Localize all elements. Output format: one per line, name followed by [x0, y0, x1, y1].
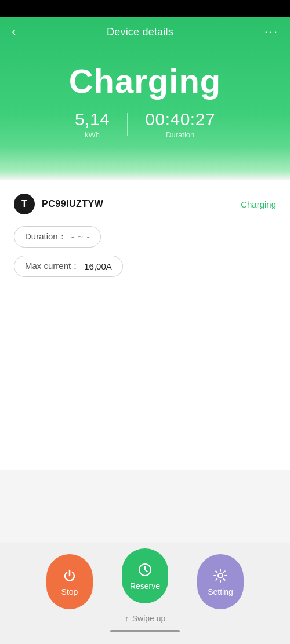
- device-row: T PC99IUZTYW Charging: [14, 194, 276, 214]
- duration-pill-value: - ~ -: [71, 232, 90, 242]
- setting-label: Setting: [208, 587, 233, 596]
- energy-label: kWh: [75, 130, 110, 139]
- stats-row: 5,14 kWh 00:40:27 Duration: [12, 110, 278, 139]
- svg-point-1: [218, 573, 223, 578]
- duration-pill: Duration： - ~ -: [14, 226, 101, 248]
- clock-icon: [137, 562, 153, 578]
- swipe-up-label: Swipe up: [132, 614, 166, 623]
- max-current-value: 16,00A: [84, 261, 112, 271]
- hero-section: ‹ Device details ··· Charging 5,14 kWh 0…: [0, 17, 290, 180]
- gear-icon: [212, 567, 229, 584]
- duration-label: Duration: [145, 130, 215, 139]
- page-title: Device details: [107, 26, 173, 38]
- main-content: T PC99IUZTYW Charging Duration： - ~ - Ma…: [0, 180, 290, 470]
- device-icon: T: [14, 194, 35, 214]
- reserve-label: Reserve: [130, 581, 160, 591]
- device-left: T PC99IUZTYW: [14, 194, 103, 214]
- device-status: Charging: [241, 199, 276, 209]
- duration-stat: 00:40:27 Duration: [128, 110, 233, 139]
- back-button[interactable]: ‹: [12, 26, 16, 38]
- power-icon: [61, 567, 78, 584]
- setting-button-bg: Setting: [197, 554, 244, 609]
- top-bar: ‹ Device details ···: [0, 17, 290, 44]
- energy-value: 5,14: [75, 110, 110, 129]
- swipe-up-area: ↑ Swipe up: [0, 609, 290, 627]
- charging-status-section: Charging 5,14 kWh 00:40:27 Duration: [0, 44, 290, 151]
- stop-button[interactable]: Stop: [46, 554, 93, 609]
- home-indicator: [0, 627, 290, 638]
- more-button[interactable]: ···: [264, 26, 278, 38]
- charging-title: Charging: [12, 61, 278, 100]
- bottom-area: Stop Reserve Setting: [0, 543, 290, 644]
- status-bar: [0, 0, 290, 17]
- reserve-button-bg: Reserve: [122, 548, 168, 603]
- max-current-pill: Max current： 16,00A: [14, 256, 123, 277]
- stop-label: Stop: [61, 587, 78, 596]
- action-buttons: Stop Reserve Setting: [0, 554, 290, 609]
- max-current-label: Max current：: [25, 261, 79, 272]
- duration-pill-label: Duration：: [25, 231, 67, 242]
- setting-button[interactable]: Setting: [197, 554, 244, 609]
- home-bar: [110, 630, 180, 632]
- swipe-arrow-icon: ↑: [125, 614, 129, 623]
- duration-value: 00:40:27: [145, 110, 215, 129]
- stop-button-bg: Stop: [46, 554, 93, 609]
- energy-stat: 5,14 kWh: [57, 110, 127, 139]
- reserve-button[interactable]: Reserve: [122, 554, 168, 609]
- device-id: PC99IUZTYW: [42, 199, 103, 209]
